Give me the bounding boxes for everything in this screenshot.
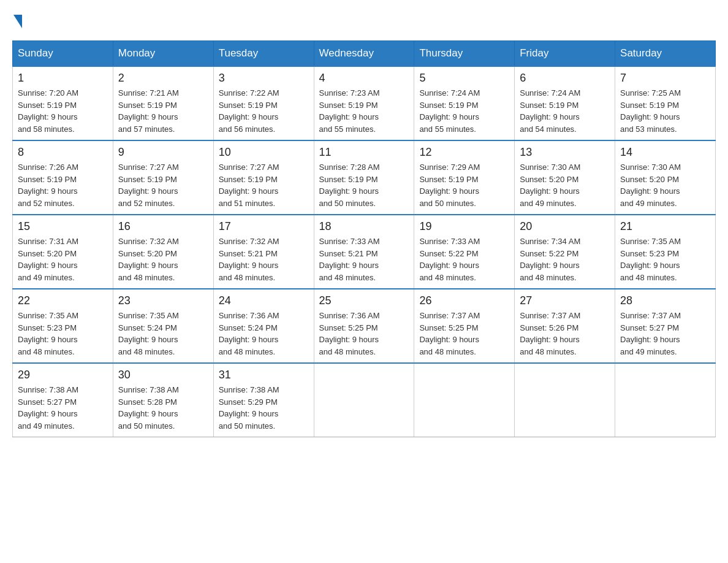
calendar-cell: 17 Sunrise: 7:32 AM Sunset: 5:21 PM Dayl… [213, 215, 314, 289]
day-number: 21 [620, 220, 710, 233]
day-info: Sunrise: 7:25 AM Sunset: 5:19 PM Dayligh… [620, 87, 710, 135]
calendar-cell: 22 Sunrise: 7:35 AM Sunset: 5:23 PM Dayl… [13, 289, 113, 363]
day-number: 17 [219, 220, 309, 233]
day-number: 26 [419, 294, 509, 307]
day-info: Sunrise: 7:38 AM Sunset: 5:27 PM Dayligh… [18, 384, 108, 432]
day-number: 27 [520, 294, 610, 307]
calendar-cell: 8 Sunrise: 7:26 AM Sunset: 5:19 PM Dayli… [13, 140, 113, 215]
calendar-cell: 26 Sunrise: 7:37 AM Sunset: 5:25 PM Dayl… [414, 289, 515, 363]
calendar-cell: 24 Sunrise: 7:36 AM Sunset: 5:24 PM Dayl… [213, 289, 314, 363]
calendar-cell: 27 Sunrise: 7:37 AM Sunset: 5:26 PM Dayl… [515, 289, 615, 363]
header-saturday: Saturday [615, 41, 716, 67]
day-info: Sunrise: 7:33 AM Sunset: 5:21 PM Dayligh… [319, 236, 409, 283]
calendar-cell: 15 Sunrise: 7:31 AM Sunset: 5:20 PM Dayl… [13, 215, 113, 289]
day-number: 14 [620, 146, 710, 159]
day-number: 8 [18, 146, 108, 159]
week-row-5: 29 Sunrise: 7:38 AM Sunset: 5:27 PM Dayl… [13, 363, 716, 437]
calendar-cell: 12 Sunrise: 7:29 AM Sunset: 5:19 PM Dayl… [414, 140, 515, 215]
day-number: 7 [620, 72, 710, 85]
day-info: Sunrise: 7:37 AM Sunset: 5:25 PM Dayligh… [419, 310, 509, 358]
day-info: Sunrise: 7:35 AM Sunset: 5:24 PM Dayligh… [118, 310, 208, 358]
day-info: Sunrise: 7:22 AM Sunset: 5:19 PM Dayligh… [219, 87, 309, 135]
day-info: Sunrise: 7:32 AM Sunset: 5:20 PM Dayligh… [118, 236, 208, 283]
day-info: Sunrise: 7:21 AM Sunset: 5:19 PM Dayligh… [118, 87, 208, 135]
header-tuesday: Tuesday [213, 41, 314, 67]
day-info: Sunrise: 7:23 AM Sunset: 5:19 PM Dayligh… [319, 87, 409, 135]
day-number: 29 [18, 369, 108, 381]
calendar-cell: 25 Sunrise: 7:36 AM Sunset: 5:25 PM Dayl… [314, 289, 414, 363]
calendar-cell: 13 Sunrise: 7:30 AM Sunset: 5:20 PM Dayl… [515, 140, 615, 215]
calendar-cell: 31 Sunrise: 7:38 AM Sunset: 5:29 PM Dayl… [213, 363, 314, 437]
day-number: 30 [118, 369, 208, 381]
day-info: Sunrise: 7:37 AM Sunset: 5:26 PM Dayligh… [520, 310, 610, 358]
day-number: 28 [620, 294, 710, 307]
day-info: Sunrise: 7:38 AM Sunset: 5:29 PM Dayligh… [219, 384, 309, 432]
day-number: 19 [419, 220, 509, 233]
day-info: Sunrise: 7:36 AM Sunset: 5:25 PM Dayligh… [319, 310, 409, 358]
header-friday: Friday [515, 41, 615, 67]
day-info: Sunrise: 7:33 AM Sunset: 5:22 PM Dayligh… [419, 236, 509, 283]
day-info: Sunrise: 7:31 AM Sunset: 5:20 PM Dayligh… [18, 236, 108, 283]
day-info: Sunrise: 7:36 AM Sunset: 5:24 PM Dayligh… [219, 310, 309, 358]
day-number: 5 [419, 72, 509, 85]
day-number: 11 [319, 146, 409, 159]
calendar-header-row: SundayMondayTuesdayWednesdayThursdayFrid… [13, 41, 716, 67]
day-info: Sunrise: 7:27 AM Sunset: 5:19 PM Dayligh… [219, 161, 309, 209]
day-number: 25 [319, 294, 409, 307]
day-number: 3 [219, 72, 309, 85]
header-thursday: Thursday [414, 41, 515, 67]
calendar-cell: 19 Sunrise: 7:33 AM Sunset: 5:22 PM Dayl… [414, 215, 515, 289]
day-info: Sunrise: 7:24 AM Sunset: 5:19 PM Dayligh… [419, 87, 509, 135]
day-number: 16 [118, 220, 208, 233]
calendar-cell: 11 Sunrise: 7:28 AM Sunset: 5:19 PM Dayl… [314, 140, 414, 215]
calendar-cell: 14 Sunrise: 7:30 AM Sunset: 5:20 PM Dayl… [615, 140, 716, 215]
calendar-cell: 10 Sunrise: 7:27 AM Sunset: 5:19 PM Dayl… [213, 140, 314, 215]
calendar-cell: 7 Sunrise: 7:25 AM Sunset: 5:19 PM Dayli… [615, 66, 716, 140]
day-number: 9 [118, 146, 208, 159]
header-monday: Monday [113, 41, 213, 67]
logo [12, 12, 22, 28]
day-number: 13 [520, 146, 610, 159]
week-row-4: 22 Sunrise: 7:35 AM Sunset: 5:23 PM Dayl… [13, 289, 716, 363]
week-row-1: 1 Sunrise: 7:20 AM Sunset: 5:19 PM Dayli… [13, 66, 716, 140]
day-info: Sunrise: 7:38 AM Sunset: 5:28 PM Dayligh… [118, 384, 208, 432]
day-number: 24 [219, 294, 309, 307]
day-info: Sunrise: 7:28 AM Sunset: 5:19 PM Dayligh… [319, 161, 409, 209]
day-info: Sunrise: 7:32 AM Sunset: 5:21 PM Dayligh… [219, 236, 309, 283]
week-row-2: 8 Sunrise: 7:26 AM Sunset: 5:19 PM Dayli… [13, 140, 716, 215]
calendar-cell: 20 Sunrise: 7:34 AM Sunset: 5:22 PM Dayl… [515, 215, 615, 289]
calendar-cell: 6 Sunrise: 7:24 AM Sunset: 5:19 PM Dayli… [515, 66, 615, 140]
day-number: 23 [118, 294, 208, 307]
calendar-cell: 28 Sunrise: 7:37 AM Sunset: 5:27 PM Dayl… [615, 289, 716, 363]
day-info: Sunrise: 7:30 AM Sunset: 5:20 PM Dayligh… [520, 161, 610, 209]
page-header [12, 12, 716, 28]
calendar-cell: 1 Sunrise: 7:20 AM Sunset: 5:19 PM Dayli… [13, 66, 113, 140]
calendar-table: SundayMondayTuesdayWednesdayThursdayFrid… [12, 40, 716, 437]
calendar-cell: 2 Sunrise: 7:21 AM Sunset: 5:19 PM Dayli… [113, 66, 213, 140]
day-number: 22 [18, 294, 108, 307]
day-number: 18 [319, 220, 409, 233]
day-info: Sunrise: 7:26 AM Sunset: 5:19 PM Dayligh… [18, 161, 108, 209]
day-info: Sunrise: 7:34 AM Sunset: 5:22 PM Dayligh… [520, 236, 610, 283]
day-info: Sunrise: 7:24 AM Sunset: 5:19 PM Dayligh… [520, 87, 610, 135]
day-number: 15 [18, 220, 108, 233]
calendar-cell [615, 363, 716, 437]
calendar-cell: 3 Sunrise: 7:22 AM Sunset: 5:19 PM Dayli… [213, 66, 314, 140]
calendar-cell [414, 363, 515, 437]
calendar-cell: 16 Sunrise: 7:32 AM Sunset: 5:20 PM Dayl… [113, 215, 213, 289]
calendar-cell: 21 Sunrise: 7:35 AM Sunset: 5:23 PM Dayl… [615, 215, 716, 289]
calendar-cell: 18 Sunrise: 7:33 AM Sunset: 5:21 PM Dayl… [314, 215, 414, 289]
calendar-cell: 5 Sunrise: 7:24 AM Sunset: 5:19 PM Dayli… [414, 66, 515, 140]
header-wednesday: Wednesday [314, 41, 414, 67]
calendar-cell: 30 Sunrise: 7:38 AM Sunset: 5:28 PM Dayl… [113, 363, 213, 437]
day-info: Sunrise: 7:35 AM Sunset: 5:23 PM Dayligh… [18, 310, 108, 358]
day-number: 6 [520, 72, 610, 85]
day-number: 31 [219, 369, 309, 381]
day-info: Sunrise: 7:37 AM Sunset: 5:27 PM Dayligh… [620, 310, 710, 358]
day-info: Sunrise: 7:35 AM Sunset: 5:23 PM Dayligh… [620, 236, 710, 283]
calendar-cell [314, 363, 414, 437]
day-info: Sunrise: 7:27 AM Sunset: 5:19 PM Dayligh… [118, 161, 208, 209]
day-info: Sunrise: 7:20 AM Sunset: 5:19 PM Dayligh… [18, 87, 108, 135]
header-sunday: Sunday [13, 41, 113, 67]
calendar-cell [515, 363, 615, 437]
